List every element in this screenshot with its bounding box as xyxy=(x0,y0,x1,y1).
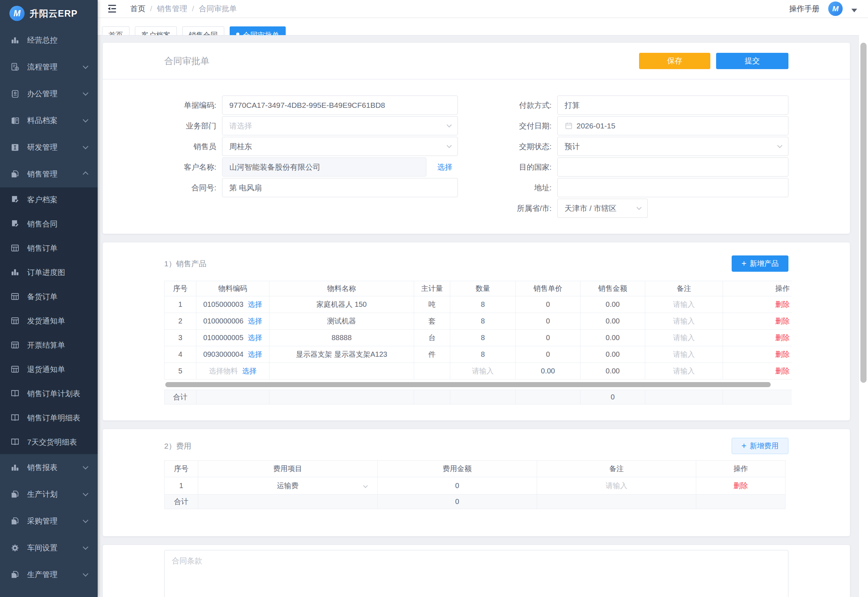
sidebar-item-sales-contract[interactable]: 销售合同 xyxy=(0,212,98,236)
customer-select-link[interactable]: 选择 xyxy=(437,162,452,172)
sidebar-item-label: 经营总控 xyxy=(27,35,58,45)
cell-qty[interactable]: 8 xyxy=(450,313,516,330)
select-material-link[interactable]: 选择 xyxy=(248,334,262,342)
sidebar-item-production-mgmt[interactable]: 生产管理 xyxy=(0,561,98,588)
active-tab-dot-icon xyxy=(236,33,239,35)
breadcrumb-home[interactable]: 首页 xyxy=(130,4,145,14)
cell-unit-price[interactable]: 0 xyxy=(516,296,581,313)
select-material-link[interactable]: 选择 xyxy=(248,350,262,358)
delivery-status-select[interactable]: 预计 xyxy=(557,137,788,156)
breadcrumb-sales-mgmt[interactable]: 销售管理 xyxy=(157,4,187,14)
sidebar-item-invoice-settlement[interactable]: 开票结算单 xyxy=(0,333,98,357)
doc-code-input[interactable] xyxy=(222,95,458,115)
sidebar-item-customer-archive[interactable]: 客户档案 xyxy=(0,187,98,212)
sidebar-item-workshop-settings[interactable]: 车间设置 xyxy=(0,535,98,561)
total-amount: 0 xyxy=(581,390,645,404)
contract-no-input[interactable] xyxy=(222,178,458,197)
sidebar-item-7day-delivery-report[interactable]: 7天交货明细表 xyxy=(0,430,98,454)
delete-row-link[interactable]: 删除 xyxy=(775,367,790,375)
sidebar-item-production-plan[interactable]: 生产计划 xyxy=(0,481,98,508)
cell-note[interactable]: 请输入 xyxy=(645,363,723,380)
field-department: 业务部门 请选择 xyxy=(164,116,458,135)
tab-contract-approval[interactable]: 合同审批单 xyxy=(230,27,286,35)
fee-item-value: 运输费 xyxy=(277,481,299,490)
sidebar-item-sales-order[interactable]: 销售订单 xyxy=(0,236,98,260)
user-avatar[interactable]: M xyxy=(828,1,843,16)
payment-input[interactable] xyxy=(557,95,788,115)
col-unit: 主计量 xyxy=(414,281,450,296)
tab-customer-archive[interactable]: 客户档案 xyxy=(135,27,177,35)
fee-item-select[interactable]: 运输费 xyxy=(198,477,378,495)
sidebar-item-material-archive[interactable]: 料品档案 xyxy=(0,107,98,134)
sidebar-item-business-overview[interactable]: 经营总控 xyxy=(0,27,98,53)
delete-row-link[interactable]: 删除 xyxy=(775,300,790,308)
tab-home[interactable]: 首页 xyxy=(102,27,129,35)
cell-qty[interactable]: 8 xyxy=(450,330,516,346)
cell-seq: 4 xyxy=(164,346,196,363)
cell-note[interactable]: 请输入 xyxy=(645,346,723,363)
sidebar-item-processing-workshop[interactable]: 加工车间 xyxy=(0,588,98,597)
cell-note[interactable]: 请输入 xyxy=(645,330,723,346)
select-material-link[interactable]: 选择 xyxy=(242,367,257,375)
cell-qty[interactable]: 请输入 xyxy=(450,363,516,380)
select-material-link[interactable]: 选择 xyxy=(248,317,262,325)
cell-note[interactable]: 请输入 xyxy=(645,296,723,313)
delete-fee-link[interactable]: 删除 xyxy=(733,481,748,490)
sidebar-item-order-plan-report[interactable]: 销售订单计划表 xyxy=(0,382,98,405)
field-province: 所属省/市: 天津市 / 市辖区 xyxy=(499,199,788,218)
horizontal-scrollbar-thumb[interactable] xyxy=(165,382,771,387)
sidebar-item-rnd-mgmt[interactable]: 研发管理 xyxy=(0,134,98,160)
open-tabs-bar: 首页 客户档案 销售合同 合同审批单 xyxy=(98,18,868,35)
breadcrumb: 首页 / 销售管理 / 合同审批单 xyxy=(130,4,237,14)
sidebar-item-sales-report[interactable]: 销售报表 xyxy=(0,454,98,481)
cell-note[interactable]: 请输入 xyxy=(537,477,696,495)
save-button[interactable]: 保存 xyxy=(639,53,710,69)
cell-note[interactable]: 请输入 xyxy=(645,313,723,330)
cell-qty[interactable]: 8 xyxy=(450,296,516,313)
terms-card xyxy=(103,545,850,597)
goods-book-icon xyxy=(10,116,20,126)
delete-row-link[interactable]: 删除 xyxy=(775,334,790,342)
dest-country-input[interactable] xyxy=(557,157,788,177)
province-select[interactable]: 天津市 / 市辖区 xyxy=(557,199,648,218)
submit-button[interactable]: 提交 xyxy=(716,53,788,69)
note-placeholder: 请输入 xyxy=(673,350,695,358)
sidebar-item-shipping-notice[interactable]: 发货通知单 xyxy=(0,309,98,333)
cell-unit-price[interactable]: 0 xyxy=(516,330,581,346)
flow-doc-icon xyxy=(10,62,20,72)
fees-total-row: 合计 0 xyxy=(164,495,785,509)
sidebar-item-sales-mgmt[interactable]: 销售管理 xyxy=(0,160,98,187)
add-fee-button[interactable]: + 新增费用 xyxy=(732,438,788,454)
contract-terms-textarea[interactable] xyxy=(164,550,788,597)
sidebar-item-order-progress[interactable]: 订单进度图 xyxy=(0,260,98,284)
brand-name: 升阳云ERP xyxy=(30,7,77,19)
sidebar-item-order-detail-report[interactable]: 销售订单明细表 xyxy=(0,405,98,430)
delivery-date-input[interactable]: 2026-01-15 xyxy=(557,116,788,135)
tab-sales-contract[interactable]: 销售合同 xyxy=(182,27,224,35)
user-menu-caret-icon[interactable] xyxy=(851,9,857,12)
salesman-select[interactable]: 周桂东 xyxy=(222,137,458,156)
sidebar-item-stock-order[interactable]: 备货订单 xyxy=(0,284,98,309)
sidebar-item-process-mgmt[interactable]: 流程管理 xyxy=(0,53,98,80)
department-select[interactable]: 请选择 xyxy=(222,116,458,135)
delete-row-link[interactable]: 删除 xyxy=(775,317,790,325)
sidebar-item-purchase-mgmt[interactable]: 采购管理 xyxy=(0,508,98,535)
cell-unit-price[interactable]: 0 xyxy=(516,313,581,330)
cell-unit-price[interactable]: 0.00 xyxy=(516,363,581,380)
sidebar-item-office-mgmt[interactable]: 办公管理 xyxy=(0,80,98,107)
select-material-link[interactable]: 选择 xyxy=(248,300,262,308)
cell-qty[interactable]: 8 xyxy=(450,346,516,363)
add-product-button[interactable]: + 新增产品 xyxy=(732,255,788,272)
delete-row-link[interactable]: 删除 xyxy=(775,350,790,358)
sidebar-item-return-notice[interactable]: 退货通知单 xyxy=(0,357,98,382)
copy-docs-icon xyxy=(10,490,20,499)
cell-unit-price[interactable]: 0 xyxy=(516,346,581,363)
qty-placeholder: 请输入 xyxy=(472,367,494,375)
address-input[interactable] xyxy=(557,178,788,197)
cell-fee-amount[interactable]: 0 xyxy=(378,477,537,495)
collapse-menu-icon[interactable] xyxy=(106,4,118,14)
help-manual-link[interactable]: 操作手册 xyxy=(789,4,819,14)
cell-material-name: 88888 xyxy=(270,330,414,346)
cell-material-code: 0100000006选择 xyxy=(196,313,270,330)
vertical-scrollbar-thumb[interactable] xyxy=(861,43,867,383)
